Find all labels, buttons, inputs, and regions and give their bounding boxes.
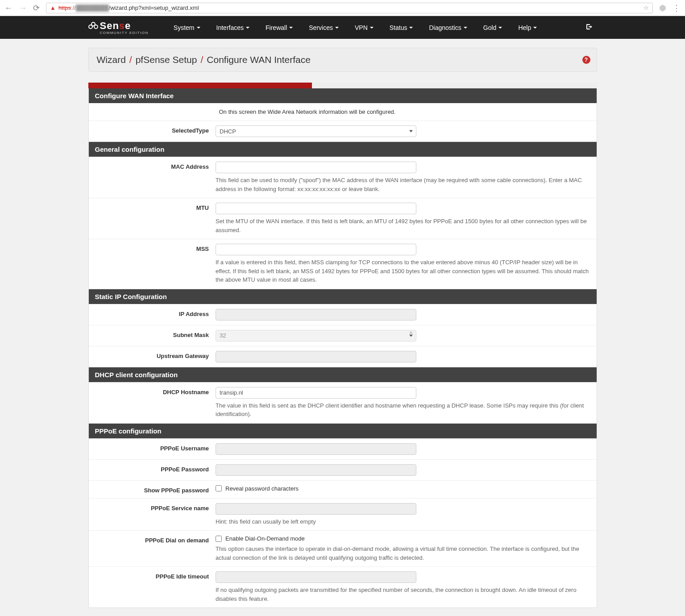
chevron-down-icon <box>197 27 200 29</box>
brand-text-3: e <box>125 20 131 31</box>
pppoe-dod-checkbox[interactable] <box>216 536 222 542</box>
chevron-down-icon <box>498 27 502 29</box>
nav-vpn[interactable]: VPN <box>347 16 382 39</box>
bookmark-star-icon[interactable]: ☆ <box>643 4 649 11</box>
url-path: /wizard.php?xml=setup_wizard.xml <box>109 4 199 11</box>
pppoe-dod-text: Enable Dial-On-Demand mode <box>225 535 305 542</box>
pppoe-user-label: PPPoE Username <box>89 443 216 455</box>
panel-title-dhcp: DHCP client configuration <box>89 367 597 382</box>
panel-title-pppoe: PPPoE configuration <box>89 424 597 438</box>
pppoe-service-label: PPPoE Service name <box>89 503 216 526</box>
selected-type-label: SelectedType <box>89 125 216 137</box>
nav-links: System Interfaces Firewall Services VPN … <box>166 16 545 39</box>
pppoe-idle-input <box>216 571 416 583</box>
breadcrumb-current: Configure WAN Interface <box>207 54 311 65</box>
breadcrumb: Wizard / pfSense Setup / Configure WAN I… <box>88 48 597 72</box>
show-pppoe-password-text: Reveal password characters <box>225 485 299 492</box>
pppoe-service-help: Hint: this field can usually be left emp… <box>216 517 590 526</box>
configure-intro: On this screen the Wide Area Network inf… <box>219 108 590 115</box>
chevron-down-icon <box>464 27 467 29</box>
gateway-label: Upstream Gateway <box>89 351 216 362</box>
help-icon[interactable]: ? <box>582 56 590 64</box>
upstream-gateway-input <box>216 351 416 362</box>
breadcrumb-sep-icon: / <box>200 54 203 65</box>
nav-diagnostics[interactable]: Diagnostics <box>421 16 475 39</box>
mss-label: MSS <box>89 244 216 284</box>
extension-icon[interactable]: ⬢ <box>659 3 666 13</box>
breadcrumb-wizard[interactable]: Wizard <box>97 54 126 65</box>
pppoe-username-input <box>216 443 416 455</box>
breadcrumb-setup[interactable]: pfSense Setup <box>136 54 197 65</box>
subnet-label: Subnet Mask <box>89 330 216 341</box>
pppoe-idle-label: PPPoE Idle timeout <box>89 571 216 603</box>
show-pppoe-password-checkbox[interactable] <box>216 485 222 491</box>
ip-label: IP Address <box>89 309 216 320</box>
brand-text-2: s <box>119 20 125 31</box>
subnet-mask-select: 32 <box>216 330 416 341</box>
wizard-progress-bar <box>88 83 312 88</box>
dhcp-hostname-input[interactable] <box>216 387 416 399</box>
mtu-help: Set the MTU of the WAN interface. If thi… <box>216 217 590 234</box>
mtu-input[interactable] <box>216 203 416 214</box>
url-protocol: https <box>58 4 71 11</box>
reload-icon[interactable]: ⟳ <box>33 4 40 12</box>
url-bar[interactable]: ▲ https://████████/wizard.php?xml=setup_… <box>46 3 653 13</box>
chevron-down-icon <box>289 27 293 29</box>
top-navbar: Sense COMMUNITY EDITION System Interface… <box>0 16 685 39</box>
selected-type-select[interactable]: DHCP <box>216 125 416 137</box>
mac-address-input[interactable] <box>216 162 416 173</box>
brand-subtitle: COMMUNITY EDITION <box>100 31 149 35</box>
https-warn-icon: ▲ <box>50 4 56 11</box>
forward-icon: → <box>19 4 27 12</box>
back-icon[interactable]: ← <box>4 4 12 12</box>
url-host: ████████ <box>76 4 109 11</box>
logo-icon <box>88 22 98 30</box>
wizard-progress <box>88 83 597 88</box>
mss-input[interactable] <box>216 244 416 255</box>
pppoe-dod-label: PPPoE Dial on demand <box>89 535 216 562</box>
dhcp-hostname-label: DHCP Hostname <box>89 387 216 419</box>
nav-interfaces[interactable]: Interfaces <box>208 16 257 39</box>
menu-icon[interactable]: ⋮ <box>673 3 681 13</box>
pppoe-service-input <box>216 503 416 515</box>
chevron-down-icon <box>246 27 249 29</box>
browser-toolbar: ← → ⟳ ▲ https://████████/wizard.php?xml=… <box>0 0 685 16</box>
ip-address-input <box>216 309 416 320</box>
mac-help: This field can be used to modify ("spoof… <box>216 176 590 193</box>
chevron-down-icon <box>335 27 339 29</box>
nav-status[interactable]: Status <box>382 16 421 39</box>
pppoe-dod-help: This option causes the interface to oper… <box>216 545 590 562</box>
pppoe-pass-label: PPPoE Password <box>89 464 216 476</box>
mtu-label: MTU <box>89 203 216 234</box>
nav-services[interactable]: Services <box>301 16 347 39</box>
panel-title-general: General configuration <box>89 142 597 157</box>
chevron-down-icon <box>533 27 537 29</box>
nav-gold[interactable]: Gold <box>475 16 511 39</box>
chevron-down-icon <box>370 27 374 29</box>
nav-system[interactable]: System <box>166 16 208 39</box>
pppoe-idle-help: If no qualifying outgoing packets are tr… <box>216 586 590 603</box>
brand-text-1: Sen <box>100 20 119 31</box>
panel-title-configure-wan: Configure WAN Interface <box>89 88 597 103</box>
mss-help: If a value is entered in this field, the… <box>216 258 590 284</box>
mac-label: MAC Address <box>89 162 216 193</box>
nav-firewall[interactable]: Firewall <box>257 16 301 39</box>
chevron-down-icon <box>409 27 413 29</box>
pppoe-password-input <box>216 464 416 476</box>
panel-title-static: Static IP Configuration <box>89 289 597 304</box>
breadcrumb-sep-icon: / <box>129 54 132 65</box>
pppoe-showpass-label: Show PPPoE password <box>89 485 216 494</box>
logout-icon[interactable] <box>585 23 597 32</box>
brand-logo[interactable]: Sense COMMUNITY EDITION <box>88 20 157 35</box>
dhcp-hostname-help: The value in this field is sent as the D… <box>216 401 590 419</box>
nav-help[interactable]: Help <box>510 16 545 39</box>
